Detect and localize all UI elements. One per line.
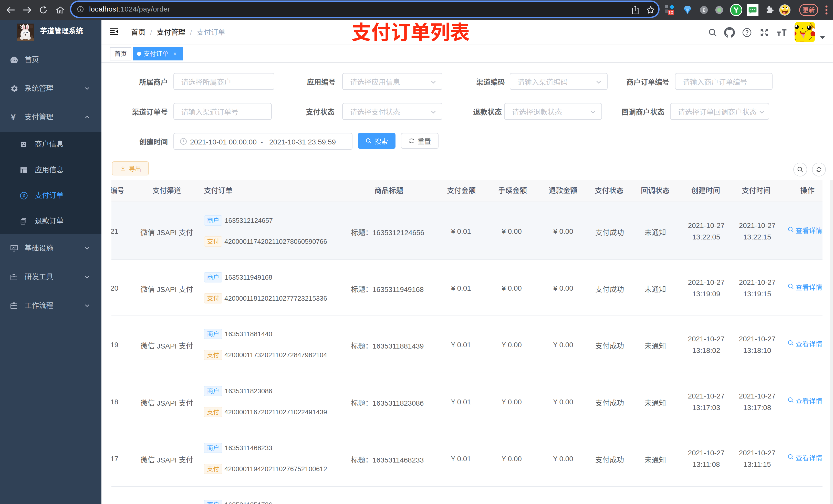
svg-text:10: 10 [668,10,673,15]
